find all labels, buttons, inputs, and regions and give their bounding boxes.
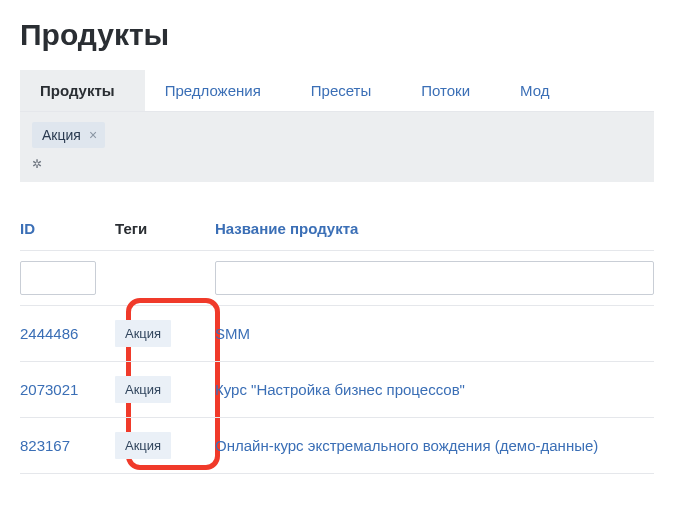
filter-tag-label: Акция <box>42 127 81 143</box>
tabs: Продукты Предложения Пресеты Потоки Мод <box>20 70 654 112</box>
table-body: 2444486 Акция SMM 2073021 Акция Курс "На… <box>20 306 654 474</box>
product-name-link[interactable]: Онлайн-курс экстремального вождения (дем… <box>215 437 598 454</box>
filter-tag[interactable]: Акция × <box>32 122 105 148</box>
filter-bar: Акция × ✲ <box>20 112 654 182</box>
tab-presets[interactable]: Пресеты <box>291 70 401 111</box>
tab-products[interactable]: Продукты <box>20 70 145 111</box>
products-table: ID Теги Название продукта 2444486 Акция … <box>20 220 654 474</box>
close-icon[interactable]: × <box>89 128 97 142</box>
col-id-header[interactable]: ID <box>20 220 45 237</box>
table-row: 2073021 Акция Курс "Настройка бизнес про… <box>20 362 654 418</box>
gear-icon[interactable]: ✲ <box>32 157 42 171</box>
table-row: 2444486 Акция SMM <box>20 306 654 362</box>
tab-offers[interactable]: Предложения <box>145 70 291 111</box>
product-name-link[interactable]: Курс "Настройка бизнес процессов" <box>215 381 465 398</box>
col-name-header[interactable]: Название продукта <box>215 220 368 237</box>
product-id-link[interactable]: 823167 <box>20 437 70 454</box>
table-row: 823167 Акция Онлайн-курс экстремального … <box>20 418 654 474</box>
page-title: Продукты <box>20 18 654 52</box>
product-id-link[interactable]: 2073021 <box>20 381 78 398</box>
tag-chip[interactable]: Акция <box>115 320 171 347</box>
table-header: ID Теги Название продукта <box>20 220 654 250</box>
filter-name-input[interactable] <box>215 261 654 295</box>
product-id-link[interactable]: 2444486 <box>20 325 78 342</box>
tag-chip[interactable]: Акция <box>115 432 171 459</box>
table-filter-row <box>20 250 654 306</box>
product-name-link[interactable]: SMM <box>215 325 250 342</box>
col-tags-header: Теги <box>115 220 157 237</box>
tag-chip[interactable]: Акция <box>115 376 171 403</box>
tab-flows[interactable]: Потоки <box>401 70 500 111</box>
tab-mod[interactable]: Мод <box>500 70 579 111</box>
filter-id-input[interactable] <box>20 261 96 295</box>
